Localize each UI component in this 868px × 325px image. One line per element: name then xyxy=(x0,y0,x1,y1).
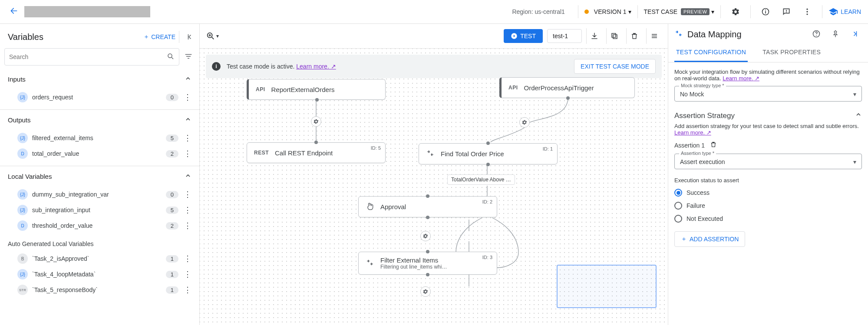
chevron-up-icon xyxy=(855,111,862,120)
plus-icon: ＋ xyxy=(143,33,149,41)
more-vert-icon[interactable]: ⋮ xyxy=(183,92,192,102)
task-node-approval[interactable]: Approval ID: 2 xyxy=(358,196,497,217)
task-id: ID: 2 xyxy=(482,199,492,204)
tab-test-configuration[interactable]: TEST CONFIGURATION xyxy=(674,44,748,62)
radio-not-executed[interactable]: Not Executed xyxy=(674,212,862,225)
variable-row[interactable]: {J} orders_request 0 ⋮ xyxy=(0,89,199,105)
testcase-mode-banner: i Test case mode is active. Learn more. … xyxy=(206,55,662,78)
usage-count: 0 xyxy=(166,94,178,101)
bool-type-icon: B xyxy=(17,253,28,264)
info-icon: i xyxy=(212,62,221,71)
selection-rectangle xyxy=(557,265,657,308)
test-name-input[interactable]: test-1 xyxy=(547,29,582,43)
testcase-dropdown[interactable]: TEST CASE PREVIEW ▾ xyxy=(644,8,715,15)
more-vert-icon[interactable]: ⋮ xyxy=(183,190,192,199)
task-id: ID: 5 xyxy=(371,145,381,151)
datamapping-icon xyxy=(674,29,683,40)
copy-icon[interactable] xyxy=(606,28,622,44)
filter-icon[interactable] xyxy=(182,53,195,62)
task-node-filter[interactable]: Filter External Items Filtering out line… xyxy=(358,252,497,275)
inputs-section-header[interactable]: Inputs xyxy=(0,69,199,89)
delete-icon[interactable] xyxy=(626,28,642,44)
edge-condition-label[interactable]: TotalOrderValue Above … xyxy=(447,174,515,185)
learn-button[interactable]: LEARN xyxy=(828,7,861,16)
task-id: ID: 1 xyxy=(543,146,553,151)
gear-icon[interactable] xyxy=(420,231,431,241)
search-input[interactable] xyxy=(9,53,167,60)
chevron-up-icon xyxy=(185,116,191,124)
more-vert-icon[interactable]: ⋮ xyxy=(183,205,192,215)
locals-section-header[interactable]: Local Variables xyxy=(0,166,199,187)
mock-strategy-dropdown[interactable]: Mock strategy type * No Mock▾ xyxy=(674,86,862,102)
svg-rect-2 xyxy=(765,10,766,10)
delete-assertion-icon[interactable] xyxy=(710,141,717,149)
info-icon[interactable] xyxy=(757,3,774,20)
menu-icon[interactable] xyxy=(646,28,662,44)
add-assertion-button[interactable]: ＋ ADD ASSERTION xyxy=(674,231,745,247)
tab-task-properties[interactable]: TASK PROPERTIES xyxy=(761,44,822,62)
datamapping-icon xyxy=(366,258,374,268)
variable-row[interactable]: {J} sub_integration_input 5 ⋮ xyxy=(0,202,199,218)
approval-hand-icon xyxy=(366,202,374,212)
settings-gear-icon[interactable] xyxy=(727,3,744,20)
svg-point-7 xyxy=(807,13,808,15)
region-label: Region: us-central1 xyxy=(512,8,564,15)
execution-status-label: Execution status to assert xyxy=(674,177,862,184)
test-button[interactable]: TEST xyxy=(504,29,543,43)
outputs-section-header[interactable]: Outputs xyxy=(0,110,199,130)
variable-row[interactable]: D threshold_order_value 2 ⋮ xyxy=(0,218,199,233)
learn-more-link[interactable]: Learn more. ↗ xyxy=(723,75,759,82)
api-icon: API xyxy=(508,85,518,91)
trigger-node-report[interactable]: API ReportExternalOrders xyxy=(247,79,386,100)
create-button[interactable]: ＋ CREATE xyxy=(143,33,175,41)
more-vert-icon[interactable]: ⋮ xyxy=(183,149,192,158)
svg-point-6 xyxy=(807,11,808,12)
variable-row[interactable]: {J} `Task_4_loopMetadata` 1 ⋮ xyxy=(0,266,199,282)
trigger-node-orderprocess[interactable]: API OrderProcessApiTrigger xyxy=(499,77,635,98)
feedback-icon[interactable] xyxy=(778,3,795,20)
collapse-panel-icon[interactable] xyxy=(179,31,194,43)
zoom-dropdown[interactable]: ▾ xyxy=(206,31,219,41)
integration-canvas[interactable]: i Test case mode is active. Learn more. … xyxy=(200,49,668,325)
more-vert-icon[interactable]: ⋮ xyxy=(183,269,192,279)
more-vert-icon[interactable] xyxy=(799,3,816,20)
version-dropdown[interactable]: VERSION 1 ▾ xyxy=(584,8,631,15)
gear-icon[interactable] xyxy=(519,117,530,128)
help-icon[interactable] xyxy=(809,30,824,39)
variable-row[interactable]: {J} filtered_external_items 5 ⋮ xyxy=(0,130,199,146)
more-vert-icon[interactable]: ⋮ xyxy=(183,221,192,230)
gear-icon[interactable] xyxy=(311,116,321,127)
variable-row[interactable]: STR `Task_5_responseBody` 1 ⋮ xyxy=(0,282,199,298)
learn-more-link[interactable]: Learn more. ↗ xyxy=(674,129,711,136)
variable-row[interactable]: D total_order_value 2 ⋮ xyxy=(0,146,199,161)
chevron-down-icon: ▾ xyxy=(853,158,856,165)
assertion-type-dropdown[interactable]: Assertion type * Assert execution▾ xyxy=(674,154,862,169)
autogen-subheader: Auto Generated Local Variables xyxy=(0,233,199,251)
radio-icon xyxy=(674,189,682,197)
variable-row[interactable]: B `Task_2_isApproved` 1 ⋮ xyxy=(0,251,199,266)
radio-failure[interactable]: Failure xyxy=(674,199,862,212)
svg-rect-8 xyxy=(188,34,189,39)
more-vert-icon[interactable]: ⋮ xyxy=(183,285,192,295)
back-arrow[interactable] xyxy=(7,7,21,17)
assertion-strategy-section[interactable]: Assertion Strategy xyxy=(674,111,862,120)
svg-point-5 xyxy=(807,9,808,10)
svg-point-9 xyxy=(168,54,172,58)
download-icon[interactable] xyxy=(586,28,602,44)
more-vert-icon[interactable]: ⋮ xyxy=(183,254,192,263)
json-type-icon: {J} xyxy=(17,189,28,200)
task-node-rest[interactable]: REST Call REST Endpoint ID: 5 xyxy=(247,142,386,163)
task-node-findtotal[interactable]: Find Total Order Price ID: 1 xyxy=(419,143,558,164)
svg-rect-16 xyxy=(856,31,857,36)
radio-success[interactable]: Success xyxy=(674,186,862,199)
right-panel-title: Data Mapping xyxy=(687,30,805,39)
double-type-icon: D xyxy=(17,148,28,159)
learn-more-link[interactable]: Learn more. ↗ xyxy=(296,63,336,70)
variable-row[interactable]: {J} dummy_sub_integration_var 0 ⋮ xyxy=(0,187,199,202)
expand-panel-icon[interactable] xyxy=(847,30,862,39)
exit-testcase-button[interactable]: EXIT TEST CASE MODE xyxy=(574,59,656,74)
more-vert-icon[interactable]: ⋮ xyxy=(183,133,192,143)
gear-icon[interactable] xyxy=(420,286,431,297)
json-type-icon: {J} xyxy=(17,92,28,102)
pin-icon[interactable] xyxy=(828,30,843,39)
